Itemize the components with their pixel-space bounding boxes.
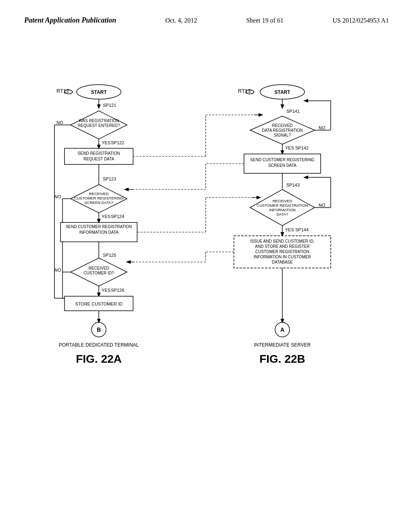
page-header: Patent Application Publication Oct. 4, 2… (0, 0, 413, 29)
svg-text:SP126: SP126 (111, 288, 124, 293)
svg-text:SEND CUSTOMER REGISTRATION: SEND CUSTOMER REGISTRATION (66, 224, 132, 229)
svg-text:SP141: SP141 (286, 109, 300, 114)
svg-text:SEND CUSTOMER REGISTERING: SEND CUSTOMER REGISTERING (250, 158, 314, 162)
svg-text:INFORMATION DATA: INFORMATION DATA (79, 230, 119, 235)
svg-text:YES: YES (102, 140, 111, 145)
svg-text:NO: NO (56, 120, 63, 125)
svg-text:SP125: SP125 (103, 253, 116, 258)
fig22b-label: FIG. 22B (259, 353, 305, 365)
svg-text:REQUEST ENTERED?: REQUEST ENTERED? (78, 123, 120, 128)
svg-text:CUSTOMER REGISTRATION: CUSTOMER REGISTRATION (255, 249, 309, 254)
svg-text:YES: YES (285, 227, 294, 232)
svg-text:RT13: RT13 (238, 88, 251, 94)
svg-text:SIGNAL?: SIGNAL? (274, 133, 291, 137)
svg-text:SP121: SP121 (103, 103, 116, 108)
svg-text:SP144: SP144 (295, 227, 309, 232)
svg-text:B: B (97, 326, 101, 333)
svg-text:SP123: SP123 (103, 177, 116, 181)
svg-text:YES: YES (102, 214, 111, 219)
publication-title: Patent Application Publication (24, 16, 116, 25)
sheet-info: Sheet 19 of 61 (246, 17, 284, 24)
svg-text:DATA?: DATA? (276, 212, 288, 216)
svg-text:INFORMATION IN CUSTOMER: INFORMATION IN CUSTOMER (254, 255, 311, 259)
svg-text:CUSTOMER REGISTRATION: CUSTOMER REGISTRATION (257, 203, 308, 208)
diagram-area: RT12 START SP121 WAS REGISTRATION REQUES… (24, 64, 387, 427)
svg-text:INFORMATION: INFORMATION (269, 208, 296, 212)
svg-text:REQUEST DATA: REQUEST DATA (83, 157, 114, 161)
svg-text:SP124: SP124 (111, 214, 124, 219)
sp122-rect (65, 148, 133, 164)
svg-text:DATA REGISTRATION: DATA REGISTRATION (262, 128, 303, 133)
svg-text:AND STORE AND REGISTER: AND STORE AND REGISTER (255, 244, 309, 249)
svg-text:YES: YES (285, 145, 294, 150)
svg-text:RECEIVED: RECEIVED (88, 266, 109, 270)
svg-text:ISSUE AND SEND CUSTOMER ID,: ISSUE AND SEND CUSTOMER ID, (250, 239, 314, 243)
svg-text:YES: YES (102, 288, 111, 293)
fig22a-label: FIG. 22A (76, 353, 122, 365)
svg-text:DATABASE: DATABASE (272, 260, 293, 264)
svg-text:NO: NO (54, 194, 61, 199)
patent-number: US 2012/0254953 A1 (332, 17, 389, 24)
svg-text:CUSTOMER REGISTERING: CUSTOMER REGISTERING (74, 196, 123, 200)
svg-text:SCREEN DATA: SCREEN DATA (268, 163, 296, 168)
fig22b-subtitle: INTERMEDIATE SERVER (254, 342, 311, 348)
rt12-label: RT12 (56, 88, 69, 94)
svg-text:SP142: SP142 (295, 145, 309, 150)
fig22a-subtitle: PORTABLE DEDICATED TERMINAL (59, 342, 139, 348)
svg-text:RECEIVED: RECEIVED (89, 191, 109, 196)
svg-text:STORE CUSTOMER ID: STORE CUSTOMER ID (75, 301, 123, 306)
svg-text:RECEIVED: RECEIVED (272, 123, 292, 128)
svg-text:NO: NO (319, 203, 325, 208)
svg-text:START: START (91, 89, 107, 95)
svg-text:START: START (274, 89, 290, 95)
svg-text:SP122: SP122 (111, 140, 124, 145)
svg-text:SP143: SP143 (286, 183, 300, 187)
svg-text:NO: NO (319, 125, 325, 130)
svg-text:RECEIVED: RECEIVED (273, 199, 292, 203)
svg-text:CUSTOMER ID?: CUSTOMER ID? (83, 271, 114, 275)
patent-page: Patent Application Publication Oct. 4, 2… (0, 0, 413, 532)
svg-text:WAS REGISTRATION: WAS REGISTRATION (79, 118, 119, 123)
publication-date: Oct. 4, 2012 (165, 17, 197, 24)
svg-text:SEND REGISTRATION: SEND REGISTRATION (78, 151, 120, 156)
svg-text:SCREEN DATA?: SCREEN DATA? (84, 200, 113, 205)
svg-text:A: A (280, 326, 284, 333)
svg-text:NO: NO (54, 268, 61, 272)
